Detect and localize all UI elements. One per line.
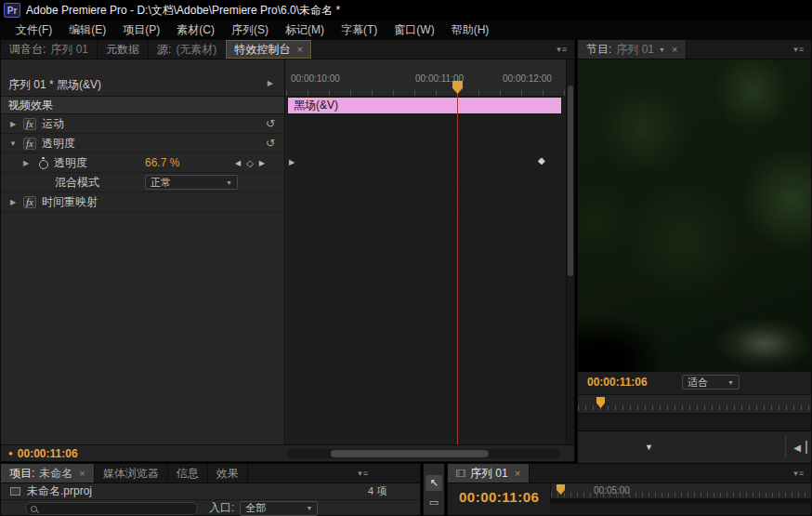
- project-file-name[interactable]: 未命名.prproj: [27, 483, 92, 499]
- expand-icon[interactable]: ▶: [21, 159, 31, 167]
- timeline-ruler[interactable]: 00:05:00: [550, 483, 811, 499]
- blend-mode-dropdown[interactable]: 正常 ▼: [145, 175, 238, 190]
- row-divider: [286, 192, 566, 193]
- tab-effect-controls[interactable]: 特效控制台 ×: [226, 40, 311, 59]
- scrollbar-thumb[interactable]: [331, 450, 489, 457]
- collapse-icon[interactable]: ▼: [8, 139, 18, 148]
- keyframe-diamond-icon[interactable]: ◆: [538, 155, 545, 165]
- tab-info[interactable]: 信息: [168, 464, 208, 483]
- transport-side-buttons: ◀: [785, 436, 807, 458]
- chevron-down-icon: ▼: [306, 505, 312, 511]
- program-playhead-marker[interactable]: [596, 397, 605, 408]
- track-select-tool-icon: ▭: [429, 496, 439, 509]
- selection-tool-button[interactable]: ↖: [426, 475, 442, 491]
- project-panel: 项目: 未命名 × 媒体浏览器 信息 效果 ▾≡ 未命名.prproj 4 项: [0, 463, 421, 516]
- fx-badge-icon[interactable]: fx: [23, 118, 36, 130]
- add-keyframe-icon[interactable]: ◇: [246, 158, 254, 168]
- tab-label: 媒体浏览器: [103, 466, 159, 482]
- timeline-view-toggle-icon[interactable]: ▶: [268, 79, 273, 87]
- menu-help[interactable]: 帮助(H): [443, 22, 498, 38]
- title-bar: Pr Adobe Premiere Pro - D:\文档\Adobe\Prem…: [0, 0, 812, 20]
- dropdown-value: 全部: [245, 501, 266, 515]
- timeline-tracks-area: [550, 504, 811, 515]
- ruler-tick-label: 00:05:00: [594, 485, 630, 496]
- effect-row-time-remapping[interactable]: ▶ fx 时间重映射: [1, 192, 284, 212]
- keyframe-start-icon[interactable]: ▶: [289, 158, 295, 166]
- playhead-line[interactable]: [457, 91, 458, 444]
- ruler-tick-label: 00:00:12:00: [503, 73, 552, 84]
- chevron-down-icon[interactable]: ▼: [659, 46, 665, 53]
- program-mini-ruler[interactable]: [578, 394, 811, 414]
- close-icon[interactable]: ×: [79, 468, 85, 479]
- effect-controls-body: 序列 01 * 黑场(&V) ▶ 视频效果 ▶ fx 运动 ↺ ▼ fx 透明度…: [1, 60, 574, 444]
- expand-icon[interactable]: ▶: [8, 198, 18, 206]
- effect-timeline-ruler[interactable]: 00:00:10:00 00:00:11:00 00:00:12:00: [286, 60, 566, 97]
- tab-program-monitor[interactable]: 节目: 序列 01 ▼ ×: [578, 40, 687, 59]
- vertical-scrollbar[interactable]: [566, 60, 574, 444]
- timeline-playhead-marker[interactable]: [557, 484, 565, 495]
- parameter-column: 序列 01 * 黑场(&V) ▶ 视频效果 ▶ fx 运动 ↺ ▼ fx 透明度…: [1, 60, 285, 444]
- param-row-blend-mode[interactable]: 混合模式 正常 ▼: [1, 173, 284, 192]
- panel-menu-icon[interactable]: ▾≡: [550, 40, 574, 59]
- scrollbar-thumb[interactable]: [568, 86, 573, 276]
- expand-icon[interactable]: ▶: [8, 120, 18, 128]
- clip-bar[interactable]: 黑场(&V): [288, 98, 561, 113]
- tab-sequence[interactable]: 序列 01 ×: [448, 464, 530, 483]
- program-monitor-tabbar: 节目: 序列 01 ▼ × ▾≡: [578, 40, 811, 60]
- tab-doc: 序列 01: [616, 42, 654, 58]
- menu-window[interactable]: 窗口(W): [386, 22, 442, 38]
- reset-icon[interactable]: ↺: [266, 117, 275, 130]
- program-timecode[interactable]: 00:00:11:06: [587, 376, 648, 389]
- tab-effects[interactable]: 效果: [208, 464, 248, 483]
- menu-project[interactable]: 项目(P): [114, 22, 168, 38]
- effect-row-motion[interactable]: ▶ fx 运动 ↺: [1, 114, 284, 134]
- opacity-value[interactable]: 66.7 %: [145, 156, 179, 169]
- menu-sequence[interactable]: 序列(S): [223, 22, 277, 38]
- timeline-timecode[interactable]: 00:00:11:06: [459, 489, 539, 505]
- track-select-tool-button[interactable]: ▭: [426, 495, 442, 510]
- toggle-animation-icon[interactable]: [38, 157, 48, 168]
- tab-media-browser[interactable]: 媒体浏览器: [95, 464, 168, 483]
- program-monitor-info-row: 00:00:11:06 适合 ▼: [578, 372, 811, 392]
- search-input[interactable]: [25, 502, 198, 515]
- tab-label: 信息: [177, 466, 199, 482]
- menu-marker[interactable]: 标记(M): [277, 22, 333, 38]
- effect-controls-footer: ● 00:00:11:06: [1, 444, 574, 461]
- next-keyframe-icon[interactable]: ▶: [259, 159, 265, 167]
- tab-metadata[interactable]: 元数据: [98, 40, 149, 59]
- menu-edit[interactable]: 编辑(E): [60, 22, 114, 38]
- panel-menu-icon[interactable]: ▾≡: [787, 464, 811, 483]
- menu-clip[interactable]: 素材(C): [168, 22, 223, 38]
- filter-dropdown[interactable]: 全部 ▼: [240, 501, 318, 516]
- tab-source-monitor[interactable]: 源: (无素材): [149, 40, 226, 59]
- transport-dropdown-icon[interactable]: ▼: [645, 443, 653, 452]
- tab-label: 项目:: [9, 466, 34, 482]
- panel-menu-icon[interactable]: ▾≡: [787, 40, 811, 59]
- horizontal-scrollbar[interactable]: [287, 449, 559, 458]
- effect-controls-tabbar: 调音台: 序列 01 元数据 源: (无素材) 特效控制台 × ▾≡: [1, 40, 574, 60]
- close-icon[interactable]: ×: [296, 44, 302, 55]
- fx-badge-icon[interactable]: fx: [23, 196, 36, 208]
- zoom-level-dropdown[interactable]: 适合 ▼: [682, 375, 740, 390]
- section-video-effects: 视频效果: [1, 97, 284, 114]
- param-row-opacity[interactable]: ▶ 透明度 66.7 % ◀ ◇ ▶: [1, 153, 284, 173]
- tab-doc: 序列 01: [50, 42, 88, 58]
- effect-row-opacity[interactable]: ▼ fx 透明度 ↺: [1, 134, 284, 153]
- menu-title[interactable]: 字幕(T): [333, 22, 386, 38]
- prev-keyframe-icon[interactable]: ◀: [235, 159, 241, 167]
- project-file-row[interactable]: 未命名.prproj 4 项: [1, 483, 420, 500]
- current-timecode[interactable]: 00:00:11:06: [18, 447, 78, 460]
- timeline-tabbar: 序列 01 × ▾≡: [448, 464, 811, 483]
- panel-menu-icon[interactable]: ▾≡: [351, 464, 375, 483]
- fx-badge-icon[interactable]: fx: [23, 138, 36, 150]
- close-icon[interactable]: ×: [672, 44, 677, 55]
- transport-back-icon[interactable]: ◀: [793, 443, 801, 453]
- tab-label: 特效控制台: [234, 42, 290, 58]
- transport-divider: [805, 441, 807, 454]
- close-icon[interactable]: ×: [515, 468, 520, 479]
- tab-doc: (无素材): [176, 42, 216, 58]
- tab-project[interactable]: 项目: 未命名 ×: [1, 464, 95, 483]
- tab-audio-mixer[interactable]: 调音台: 序列 01: [1, 40, 98, 59]
- menu-file[interactable]: 文件(F): [7, 22, 60, 38]
- reset-icon[interactable]: ↺: [266, 137, 275, 150]
